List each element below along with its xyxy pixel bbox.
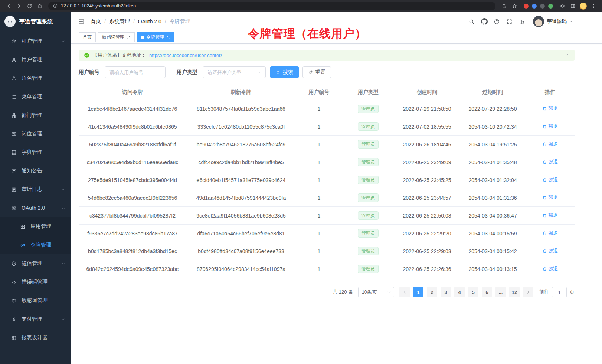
column-header: 用户类型	[342, 85, 394, 100]
goto-page-input[interactable]	[552, 287, 567, 297]
force-logout-button[interactable]: 强退	[542, 212, 558, 219]
extension-icon-4[interactable]	[548, 4, 553, 9]
expire-time-cell: 2054-03-04 01:35:48	[460, 153, 526, 171]
force-logout-button[interactable]: 强退	[542, 141, 558, 148]
logo-image	[4, 16, 16, 27]
sidebar-item-errcode[interactable]: 错误码管理	[0, 273, 71, 291]
sidebar-item-pay[interactable]: 支付管理	[0, 310, 71, 328]
force-logout-button[interactable]: 强退	[542, 194, 558, 201]
force-logout-button[interactable]: 强退	[542, 123, 558, 130]
breadcrumb-item[interactable]: 首页	[91, 18, 101, 25]
pager-page-2[interactable]: 2	[427, 287, 437, 297]
refresh-token-cell: cdfc4ce9c2da4bb1bdf21b9918ff4be5	[186, 153, 296, 171]
menu-fold-icon[interactable]	[78, 18, 85, 25]
sidebar-item-oauth[interactable]: OAuth 2.0	[0, 199, 71, 217]
force-logout-button[interactable]: 强退	[542, 248, 558, 254]
page-size-value: 10条/页	[362, 289, 377, 295]
app: 芋道管理系统 租户管理用户管理角色管理菜单管理部门管理岗位管理字典管理通知公告审…	[0, 12, 602, 364]
token-table: 访问令牌刷新令牌用户编号用户类型创建时间过期时间操作 1ea5e44f8bc14…	[79, 85, 575, 278]
search-icon[interactable]	[467, 17, 477, 27]
tab[interactable]: 首页	[79, 32, 96, 42]
tab[interactable]: 敏感词管理	[98, 32, 135, 42]
tab[interactable]: 令牌管理	[137, 32, 174, 42]
browser-toolbar: 127.0.0.1:1024/system/oauth2/token	[0, 0, 602, 12]
active-tab-dot	[141, 36, 144, 39]
fullscreen-icon[interactable]	[504, 17, 514, 27]
force-logout-button[interactable]: 强退	[542, 176, 558, 183]
force-logout-button[interactable]: 强退	[542, 105, 558, 112]
reload-icon[interactable]	[24, 1, 34, 10]
alert-link[interactable]: https://doc.iocoder.cn/user-center/	[149, 53, 222, 58]
sidebar-item-notice[interactable]: 通知公告	[0, 162, 71, 180]
share-icon[interactable]	[499, 1, 509, 10]
close-icon[interactable]	[565, 53, 569, 58]
prev-page-button[interactable]	[399, 287, 410, 297]
table-row: 54d6be82ee5a460a9aedc1f9bf22365649d1aa46…	[79, 189, 575, 207]
breadcrumb-item[interactable]: OAuth 2.0	[138, 19, 161, 24]
next-page-button[interactable]	[523, 287, 533, 297]
github-icon[interactable]	[479, 17, 489, 27]
breadcrumb-item[interactable]: 系统管理	[109, 18, 130, 25]
profile-avatar[interactable]	[578, 1, 588, 10]
sidebar-item-audit[interactable]: 审计日志	[0, 180, 71, 199]
help-icon[interactable]	[492, 17, 502, 27]
table-row: b0d1785bc3a8482f812db4a3f3bd15ecb0df4980…	[79, 242, 575, 260]
pager-page-5[interactable]: 5	[468, 287, 478, 297]
puzzle-icon[interactable]	[557, 1, 567, 10]
sidebar-item-label: 报表设计器	[22, 334, 48, 341]
forward-icon[interactable]	[14, 1, 24, 10]
dots-icon[interactable]	[589, 1, 598, 10]
close-icon[interactable]	[166, 35, 170, 39]
force-logout-button[interactable]: 强退	[542, 230, 558, 236]
user-type-badge: 管理员	[358, 265, 379, 273]
create-time-cell: 2022-06-26 18:04:46	[394, 136, 460, 153]
sidebar-item-report[interactable]: 报表设计器	[0, 328, 71, 347]
extension-icon-2[interactable]	[532, 4, 537, 9]
success-icon	[84, 53, 89, 58]
sidebar-item-dict[interactable]: 字典管理	[0, 143, 71, 162]
pager-page-4[interactable]: 4	[454, 287, 465, 297]
search-button[interactable]: 搜索	[270, 66, 299, 78]
role-icon	[11, 76, 17, 81]
star-icon[interactable]	[510, 1, 519, 10]
create-time-cell: 2022-06-25 23:44:57	[394, 189, 460, 207]
sidebar-item-dept[interactable]: 部门管理	[0, 106, 71, 125]
user-type-badge: 管理员	[358, 140, 379, 149]
sidebar-item-tenant[interactable]: 租户管理	[0, 32, 71, 50]
site-info-icon[interactable]	[53, 3, 58, 9]
table-row: f9336e7c7dd242a283ee98dc86b17a87dfa6c71a…	[79, 225, 575, 242]
pager-page-3[interactable]: 3	[441, 287, 451, 297]
tab-label: 敏感词管理	[102, 34, 124, 40]
post-icon	[11, 131, 17, 137]
pager-page-6[interactable]: 6	[482, 287, 492, 297]
page-size-select[interactable]: 10条/页	[358, 287, 394, 297]
force-logout-button[interactable]: 强退	[542, 265, 558, 272]
back-icon[interactable]	[4, 1, 13, 10]
sidebar-item-user[interactable]: 用户管理	[0, 50, 71, 69]
sidebar-item-post[interactable]: 岗位管理	[0, 125, 71, 143]
sidebar-item-sms[interactable]: 短信管理	[0, 254, 71, 273]
force-logout-button[interactable]: 强退	[542, 159, 558, 165]
pager-page-1[interactable]: 1	[413, 287, 423, 297]
pager-ellipsis[interactable]: ...	[495, 287, 506, 297]
url-bar[interactable]: 127.0.0.1:1024/system/oauth2/token	[48, 2, 495, 10]
user-menu[interactable]: 芋道源码	[533, 16, 573, 27]
user-id-input[interactable]	[105, 66, 166, 78]
tenant-icon	[11, 39, 17, 44]
extension-icon-3[interactable]	[540, 4, 545, 9]
home-icon[interactable]	[35, 1, 45, 10]
sidebar-item-sensitive[interactable]: 敏感词管理	[0, 291, 71, 310]
sidebar-item-app[interactable]: 应用管理	[0, 217, 71, 236]
reset-button[interactable]: 重置	[302, 66, 331, 78]
user-type-select[interactable]: 请选择用户类型	[203, 66, 266, 78]
pager-page-12[interactable]: 12	[509, 287, 520, 297]
extension-icon-1[interactable]	[524, 4, 529, 9]
fontsize-icon[interactable]	[517, 17, 527, 27]
panel-icon[interactable]	[568, 1, 578, 10]
close-icon[interactable]	[127, 35, 131, 39]
sidebar-item-token[interactable]: 令牌管理	[0, 236, 71, 254]
sidebar-item-menu[interactable]: 菜单管理	[0, 87, 71, 106]
user-avatar	[533, 16, 544, 27]
notice-icon	[11, 168, 17, 174]
sidebar-item-role[interactable]: 角色管理	[0, 69, 71, 87]
